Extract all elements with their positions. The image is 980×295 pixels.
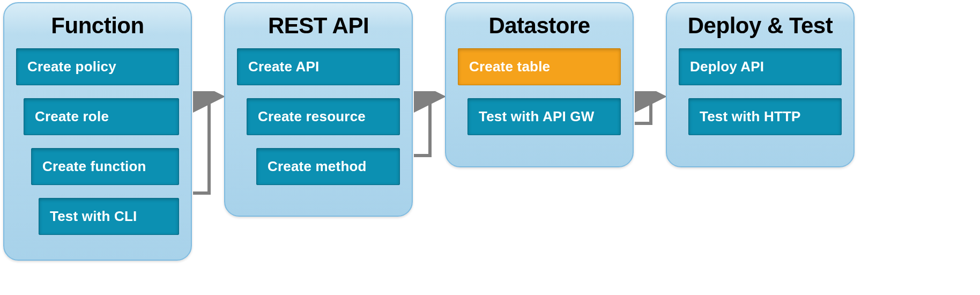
step-create-api: Create API xyxy=(237,48,400,85)
step-create-method: Create method xyxy=(256,148,400,185)
step-test-with-cli: Test with CLI xyxy=(39,198,179,235)
step-create-resource: Create resource xyxy=(247,98,400,135)
card-rest-api: REST API Create API Create resource Crea… xyxy=(224,2,413,217)
step-create-table: Create table xyxy=(458,48,621,85)
step-create-role: Create role xyxy=(24,98,179,135)
card-title-rest-api: REST API xyxy=(237,13,400,39)
card-title-deploy-test: Deploy & Test xyxy=(679,13,842,39)
step-deploy-api: Deploy API xyxy=(679,48,842,85)
card-title-function: Function xyxy=(16,13,179,39)
step-test-with-api-gw: Test with API GW xyxy=(467,98,621,135)
workflow-diagram: Function Create policy Create role Creat… xyxy=(0,0,980,295)
card-deploy-test: Deploy & Test Deploy API Test with HTTP xyxy=(666,2,855,167)
card-datastore: Datastore Create table Test with API GW xyxy=(445,2,634,167)
step-test-with-http: Test with HTTP xyxy=(688,98,842,135)
card-function: Function Create policy Create role Creat… xyxy=(3,2,192,261)
card-title-datastore: Datastore xyxy=(458,13,621,39)
step-create-policy: Create policy xyxy=(16,48,179,85)
step-create-function: Create function xyxy=(31,148,179,185)
